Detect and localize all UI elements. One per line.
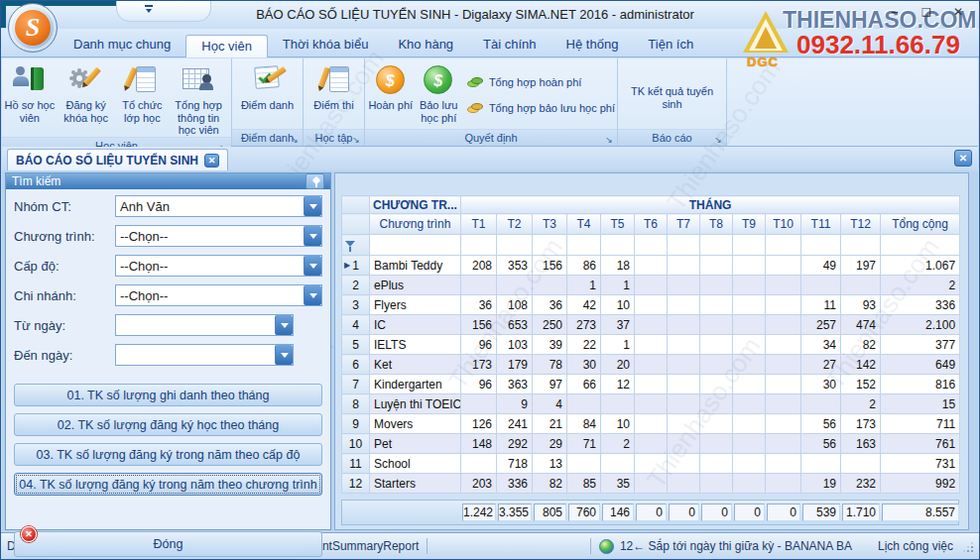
grid-cell-month[interactable]: 336 — [497, 474, 533, 494]
grid-cell-month[interactable] — [668, 315, 700, 335]
grid-row[interactable]: 1Bambi Teddy2083531568618491971.067 — [342, 256, 960, 276]
grid-cell-month[interactable]: 126 — [461, 414, 497, 434]
grid-row[interactable]: 6Ket17317978302027142649 — [342, 355, 960, 375]
dialog-launcher-icon[interactable] — [713, 132, 723, 144]
grid-row[interactable]: 12Starters20333682853519232992 — [342, 474, 960, 494]
tab-kho-hang[interactable]: Kho hàng — [383, 34, 468, 56]
grid-cell-month[interactable] — [733, 315, 766, 335]
grid-cell-total[interactable]: 816 — [881, 375, 960, 394]
grid-cell-month[interactable]: 66 — [567, 375, 601, 394]
grid-cell-month[interactable]: 1 — [601, 276, 635, 295]
grid-cell-month[interactable] — [635, 256, 668, 276]
grid-cell-month[interactable]: 292 — [497, 434, 533, 454]
grid-cell-program[interactable]: Flyers — [370, 295, 461, 315]
grid-cell-month[interactable] — [766, 315, 801, 335]
chuong-trinh-combo[interactable]: --Chọn-- — [115, 225, 322, 247]
report-01-button[interactable]: 01. TK số lượng ghi danh theo tháng — [14, 384, 322, 406]
grid-cell-month[interactable] — [668, 276, 700, 295]
grid-cell-month[interactable]: 241 — [497, 414, 533, 434]
grid-cell-month[interactable] — [766, 355, 801, 375]
column-header-tổng-cộng[interactable]: Tổng cộng — [881, 214, 960, 235]
grid-cell-month[interactable]: 34 — [801, 335, 841, 355]
close-icon[interactable] — [951, 5, 965, 19]
grid-cell-month[interactable]: 71 — [567, 434, 601, 454]
grid-cell-month[interactable]: 35 — [601, 474, 635, 494]
filter-cell[interactable] — [497, 235, 533, 256]
grid-row[interactable]: 11School71813731 — [342, 454, 960, 474]
grid-cell-total[interactable]: 1.067 — [881, 256, 960, 276]
grid-cell-total[interactable]: 2.100 — [881, 315, 960, 335]
den-ngay-date-picker[interactable] — [115, 344, 294, 366]
grid-cell-program[interactable]: Starters — [370, 474, 461, 494]
grid-cell-month[interactable] — [766, 335, 801, 355]
grid-cell-total[interactable]: 649 — [881, 355, 960, 375]
grid-cell-month[interactable] — [668, 474, 700, 494]
maximize-icon[interactable] — [919, 5, 933, 19]
grid-cell-month[interactable]: 21 — [533, 414, 567, 434]
grid-cell-month[interactable]: 257 — [801, 315, 841, 335]
grid-cell-month[interactable] — [668, 454, 700, 474]
refund-summary-link[interactable]: Tổng hợp hoàn phí — [467, 76, 615, 88]
grid-cell-month[interactable]: 36 — [533, 295, 567, 315]
grid-cell-month[interactable]: 85 — [567, 474, 601, 494]
grid-cell-program[interactable]: Ket — [370, 355, 461, 375]
class-organize-button[interactable]: Tổ chức lớp học — [117, 61, 169, 137]
grid-cell-month[interactable]: 156 — [533, 256, 567, 276]
grid-cell-month[interactable] — [733, 295, 766, 315]
chevron-down-icon[interactable] — [275, 345, 293, 365]
grid-cell-month[interactable]: 82 — [533, 474, 567, 494]
filter-cell[interactable] — [370, 235, 461, 256]
grid-cell-month[interactable] — [841, 454, 881, 474]
work-calendar-link[interactable]: Lịch công việc — [878, 539, 953, 553]
grid-cell-program[interactable]: Luyện thi TOEIC — [370, 394, 461, 414]
grid-cell-month[interactable]: 2 — [601, 434, 635, 454]
grid-cell-month[interactable] — [567, 394, 601, 414]
grid-cell-month[interactable] — [700, 474, 733, 494]
column-header-t6[interactable]: T6 — [635, 214, 668, 235]
pin-button[interactable] — [306, 173, 324, 189]
grid-cell-month[interactable] — [766, 474, 801, 494]
grid-cell-month[interactable]: 250 — [533, 315, 567, 335]
grid-row[interactable]: 9Movers12624121841056173711 — [342, 414, 960, 434]
row-indicator[interactable]: 9 — [342, 414, 370, 434]
grid-cell-month[interactable] — [635, 394, 668, 414]
grid-cell-month[interactable] — [635, 434, 668, 454]
filter-cell[interactable] — [601, 235, 635, 256]
grid-cell-program[interactable]: Kindergarten — [370, 375, 461, 394]
chi-nhanh-combo[interactable]: --Chọn-- — [115, 284, 322, 306]
grid-cell-month[interactable]: 29 — [533, 434, 567, 454]
filter-cell[interactable] — [533, 235, 567, 256]
grid-cell-month[interactable]: 9 — [497, 394, 533, 414]
column-header-t4[interactable]: T4 — [567, 214, 601, 235]
document-tab[interactable]: BÁO CÁO SỐ LIỆU TUYỂN SINH — [7, 149, 228, 170]
grid-cell-month[interactable] — [635, 355, 668, 375]
grid-cell-month[interactable]: 10 — [601, 414, 635, 434]
grid-cell-month[interactable] — [668, 355, 700, 375]
grid-cell-month[interactable] — [766, 394, 801, 414]
grid-cell-month[interactable] — [668, 295, 700, 315]
grid-row[interactable]: 4IC156653250273372574742.100 — [342, 315, 960, 335]
row-indicator[interactable]: 11 — [342, 454, 370, 474]
grid-cell-month[interactable] — [700, 414, 733, 434]
column-header-t10[interactable]: T10 — [766, 214, 801, 235]
grid-cell-month[interactable]: 4 — [533, 394, 567, 414]
grid-cell-month[interactable]: 84 — [567, 414, 601, 434]
tab-danh-muc-chung[interactable]: Danh mục chung — [59, 34, 185, 56]
grid-cell-month[interactable]: 18 — [601, 256, 635, 276]
grid-cell-month[interactable]: 474 — [841, 315, 881, 335]
grid-cell-month[interactable]: 78 — [533, 355, 567, 375]
reserve-summary-link[interactable]: Tổng hợp bảo lưu học phí — [467, 102, 615, 114]
grid-cell-month[interactable]: 179 — [497, 355, 533, 375]
grid-cell-month[interactable]: 103 — [497, 335, 533, 355]
chevron-down-icon[interactable] — [304, 285, 321, 305]
filter-cell[interactable] — [733, 235, 766, 256]
grid-cell-total[interactable]: 2 — [881, 276, 960, 295]
grid-cell-month[interactable]: 11 — [801, 295, 841, 315]
filter-cell[interactable] — [461, 235, 497, 256]
band-header-program[interactable]: CHƯƠNG TR... — [370, 196, 461, 214]
grid-cell-total[interactable]: 992 — [881, 474, 960, 494]
grid-cell-month[interactable]: 30 — [567, 355, 601, 375]
filter-cell[interactable] — [635, 235, 668, 256]
grid-cell-month[interactable]: 97 — [533, 375, 567, 394]
grid-cell-month[interactable] — [700, 375, 733, 394]
